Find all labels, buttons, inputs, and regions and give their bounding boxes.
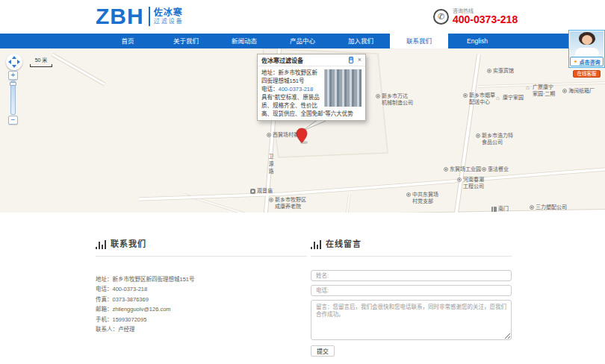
poi-circle-icon [476,134,480,138]
map-label: 河南春潮工程公司 [457,177,484,189]
contact-title: 联系我们 [96,237,307,257]
map-label: 康宁家园 [496,95,524,101]
map-label: 东冀场工业园 [444,166,481,173]
poi-circle-icon [487,69,491,73]
map-label: 新乡市牧野区成康养老院 [269,197,306,210]
poi-circle-icon [376,94,380,98]
mobile-icon[interactable] [349,57,353,63]
contact-row-address: 地址：新乡市牧野区新四街理想城151号 [96,274,307,284]
map-label: 惠法餐业 [482,166,509,173]
map-scale: 50 米 [30,56,52,67]
poi-house-icon [496,95,501,101]
map-zoom-out-button[interactable]: − [8,116,18,125]
nav-item-news[interactable]: 新闻动态 [215,34,273,48]
road-label: 卫源路 [267,154,274,176]
map-zoom-slider[interactable] [10,81,16,115]
message-form: 提交 [311,270,512,357]
submit-button[interactable]: 提交 [311,345,335,357]
poi-circle-icon [530,205,534,210]
site-header: ZBH 佐冰寒 过滤设备 ✆ 咨询热线 400-0373-218 [0,0,605,34]
contact-row-phone: 电话：400-0373-218 [96,284,307,294]
nav-item-products[interactable]: 产品中心 [273,34,332,48]
gate-icon [491,207,497,212]
site-logo[interactable]: ZBH 佐冰寒 过滤设备 [96,4,184,28]
logo-subtitle: 过滤设备 [154,18,184,25]
map-scale-bar [30,64,52,67]
nav-item-english[interactable]: English [448,34,506,48]
name-input[interactable] [311,270,512,281]
consult-label: 点击咨询 [579,58,600,66]
main-nav: 首页 关于我们 新闻动态 产品中心 加入我们 联系我们 English [0,34,605,48]
bars-icon [96,240,106,249]
pan-up-icon[interactable] [12,56,16,59]
map-label: 实惠宾馆 [487,68,514,75]
map-zoom-in-button[interactable]: + [8,71,18,80]
location-marker[interactable] [297,128,308,144]
map-label: 南门 [491,206,509,213]
nav-item-contact[interactable]: 联系我们 [390,34,448,48]
poi-circle-icon [406,192,411,197]
poi-circle-icon [463,93,468,98]
map-label: 海阔纸箱厂 [562,88,595,95]
poi-circle-icon [267,133,271,137]
phone-input[interactable] [311,285,512,296]
map-label: 新乡市烟草配送中心 [463,92,495,105]
pan-right-icon[interactable] [17,60,20,64]
map-scale-label: 50 米 [30,56,52,63]
bars-icon [311,240,321,249]
close-icon[interactable]: × [358,57,362,63]
contact-row-email: 邮箱：zhilengguolv@126.com [96,304,307,314]
consult-button[interactable]: ✦ 点击咨询 [570,57,604,66]
map-label: 广厦康宁家园·二期 [526,84,555,97]
nav-item-about[interactable]: 关于我们 [157,34,215,48]
map-label: 新乡市浩力特食品公司 [476,133,513,145]
contact-row-mobile: 手机：15993072095 [96,315,307,324]
logo-divider [149,7,150,26]
pan-down-icon[interactable] [12,65,16,68]
contact-title-text: 联系我们 [111,237,146,249]
contact-row-fax: 传真：0373-3876369 [96,295,307,304]
logo-abbr: ZBH [96,4,144,28]
poi-circle-icon [457,178,462,182]
poi-circle-icon [482,167,486,172]
form-title: 在线留言 [311,237,512,257]
map-label: 观音庙 [250,188,273,195]
hotline: ✆ 咨询热线 400-0373-218 [433,8,518,25]
phone-icon: ✆ [433,9,449,25]
customer-service-widget: ✦ 点击咨询 在线客服 [568,30,605,78]
star-icon: ✦ [574,59,578,64]
customer-service-photo[interactable] [570,31,604,56]
poi-circle-icon [444,167,448,172]
nav-item-home[interactable]: 首页 [99,34,157,48]
poi-house-icon [526,85,531,90]
zoom-slider-handle[interactable] [10,82,16,86]
map-label: 中共东冀场村党支部 [406,192,438,204]
pan-left-icon[interactable] [8,60,11,64]
hotline-number: 400-0373-218 [453,14,518,25]
product-photo [324,69,362,107]
message-form-column: 在线留言 提交 [311,237,512,357]
poi-circle-icon [562,89,567,93]
logo-name: 佐冰寒 [154,8,184,18]
contact-row-person: 联系人：卢经理 [96,324,307,334]
map-canvas[interactable]: 实惠宾馆广厦康宁家园·二期海阔纸箱厂新乡市烟草配送中心康宁家园新乡市万达机械制造… [0,48,605,213]
nav-item-join[interactable]: 加入我们 [332,34,390,48]
map-info-popup: 佐冰寒过滤设备 × 地址：新乡市牧野区新四街理想城151号 电话：400-037… [257,54,366,121]
popup-title: 佐冰寒过滤设备 [261,56,349,64]
bus-stop-icon [250,189,255,194]
form-title-text: 在线留言 [326,237,362,249]
poi-circle-icon [269,198,273,202]
content-section: 联系我们 地址：新乡市牧野区新四街理想城151号 电话：400-0373-218… [96,237,512,357]
map-pan-control[interactable] [6,54,22,70]
map-label: 新乡市万达机械制造公司 [376,93,413,106]
message-textarea[interactable] [311,300,512,340]
contact-info-column: 联系我们 地址：新乡市牧野区新四街理想城151号 电话：400-0373-218… [96,237,307,357]
map-label: 三力塑配公司 [530,204,567,211]
online-service-badge[interactable]: 在线客服 [573,70,601,78]
